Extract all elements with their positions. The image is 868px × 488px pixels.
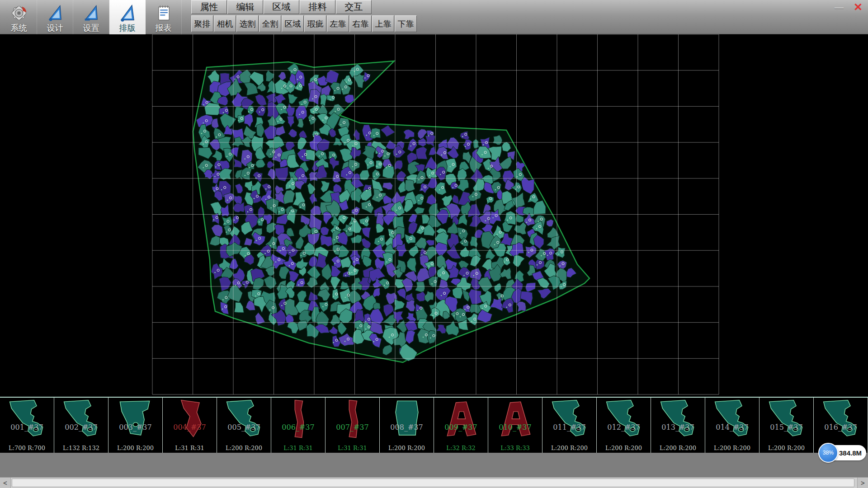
piece-thumbnail [331,399,374,439]
tool-button-row: 聚排相机选割全割区域瑕疵左靠右靠上靠下靠 [191,15,417,32]
close-button[interactable]: ✕ [851,1,865,14]
piece-thumbnail [765,399,808,439]
toolbar: 系统设计设置排版报表 属性编辑区域排料交互 聚排相机选割全割区域瑕疵左靠右靠上靠… [0,0,868,34]
tray-piece-5[interactable]: 005_#37L:200 R:200 [217,398,271,453]
tray-piece-14[interactable]: 014_#37L:200 R:200 [705,398,760,453]
bottom-gray-bar [0,453,868,477]
tool-button-9[interactable]: 下靠 [395,15,417,32]
menu-tab-3[interactable]: 排料 [300,0,335,14]
window-controls: — ✕ [832,1,865,14]
tray-piece-8[interactable]: 008_#37L:200 R:200 [380,398,434,453]
app-button-label: 设计 [47,23,63,33]
piece-thumbnail [494,399,537,439]
progress-percent-badge: 38% [818,443,838,463]
piece-thumbnail [439,399,483,439]
scroll-right-arrow[interactable]: > [857,478,868,488]
piece-info: L:200 R:200 [542,445,596,451]
app-button-nesting[interactable]: 排版 [109,0,146,34]
tray-piece-3[interactable]: 003_#37L:200 R:200 [108,398,163,453]
piece-info: L:700 R:700 [0,445,54,451]
menu-tab-2[interactable]: 区域 [264,0,299,14]
menu-tab-row: 属性编辑区域排料交互 [191,0,417,14]
piece-thumbnail [656,399,700,439]
tool-button-8[interactable]: 上靠 [372,15,394,32]
piece-info: L:200 R:200 [705,445,759,451]
piece-thumbnail [277,399,320,439]
tool-button-0[interactable]: 聚排 [191,15,213,32]
tray-piece-11[interactable]: 011_#37L:200 R:200 [542,398,597,453]
app-button-label: 设置 [83,23,99,33]
tool-button-1[interactable]: 相机 [214,15,236,32]
tray-piece-13[interactable]: 013_#37L:200 R:200 [651,398,705,453]
menu-tab-1[interactable]: 编辑 [227,0,263,14]
tool-button-2[interactable]: 选割 [236,15,259,32]
tool-button-4[interactable]: 区域 [282,15,304,32]
app-button-report[interactable]: 报表 [146,0,182,34]
piece-info: L:200 R:200 [380,445,434,451]
piece-info: L:200 R:200 [108,445,162,451]
scrollbar-thumb[interactable] [12,479,854,487]
piece-info: L:31 R:31 [271,445,325,451]
gear-icon [9,3,29,23]
tray-piece-2[interactable]: 002_#37L:132 R:132 [54,398,108,453]
menu-tab-0[interactable]: 属性 [191,0,227,14]
tray-piece-7[interactable]: 007_#37L:31 R:31 [326,398,380,453]
piece-thumbnail [168,399,212,439]
piece-thumbnail [60,399,103,439]
piece-info: L:200 R:200 [651,445,705,451]
app-button-gear[interactable]: 系统 [1,0,37,34]
piece-thumbnail [602,399,646,439]
tray-piece-15[interactable]: 015_#37L:200 R:200 [760,398,814,453]
piece-thumbnail [114,399,157,439]
nesting-icon [118,3,137,23]
scroll-left-arrow[interactable]: < [0,478,11,488]
piece-info: L:33 R:33 [488,445,542,451]
settings-icon [81,3,101,23]
nesting-canvas-svg [0,34,868,397]
pieces-tray: 001_#37L:700 R:700002_#37L:132 R:132003_… [0,397,868,453]
app-button-label: 报表 [156,23,172,33]
tool-button-5[interactable]: 瑕疵 [304,15,326,32]
ribbon-menus: 属性编辑区域排料交互 聚排相机选割全割区域瑕疵左靠右靠上靠下靠 [191,0,417,32]
tray-piece-1[interactable]: 001_#37L:700 R:700 [0,398,54,453]
piece-thumbnail [385,399,429,439]
piece-info: L:32 R:32 [434,445,488,451]
piece-info: L:200 R:200 [217,445,271,451]
nesting-canvas[interactable] [0,34,868,397]
piece-info: L:200 R:200 [760,445,813,451]
piece-thumbnail [819,399,863,439]
tool-button-6[interactable]: 左靠 [327,15,349,32]
app-mode-buttons: 系统设计设置排版报表 [1,0,182,34]
tool-button-7[interactable]: 右靠 [349,15,372,32]
piece-info: L:31 R:31 [163,445,217,451]
tray-piece-4[interactable]: 004_#37L:31 R:31 [163,398,217,453]
piece-info: L:31 R:31 [326,445,379,451]
piece-thumbnail [5,399,49,439]
tray-piece-10[interactable]: 010_#37L:33 R:33 [488,398,542,453]
app-button-settings[interactable]: 设置 [73,0,109,34]
application-window: 系统设计设置排版报表 属性编辑区域排料交互 聚排相机选割全割区域瑕疵左靠右靠上靠… [0,0,868,488]
tray-piece-9[interactable]: 009_#37L:32 R:32 [434,398,488,453]
app-button-label: 排版 [119,23,136,33]
app-button-design[interactable]: 设计 [37,0,73,34]
tool-button-3[interactable]: 全割 [259,15,281,32]
piece-info: L:200 R:200 [597,445,651,451]
menu-tab-4[interactable]: 交互 [336,0,372,14]
piece-thumbnail [711,399,754,439]
tray-piece-12[interactable]: 012_#37L:200 R:200 [597,398,651,453]
minimize-button[interactable]: — [832,1,846,14]
piece-info: L:132 R:132 [54,445,108,451]
app-button-label: 系统 [11,23,27,33]
report-icon [154,3,174,23]
piece-thumbnail [222,399,266,439]
nesting-progress-indicator: 384.8M 38% [818,443,866,463]
horizontal-scrollbar[interactable]: < > [0,477,868,488]
tray-piece-6[interactable]: 006_#37L:31 R:31 [271,398,326,453]
design-icon [45,3,65,23]
piece-thumbnail [548,399,591,439]
